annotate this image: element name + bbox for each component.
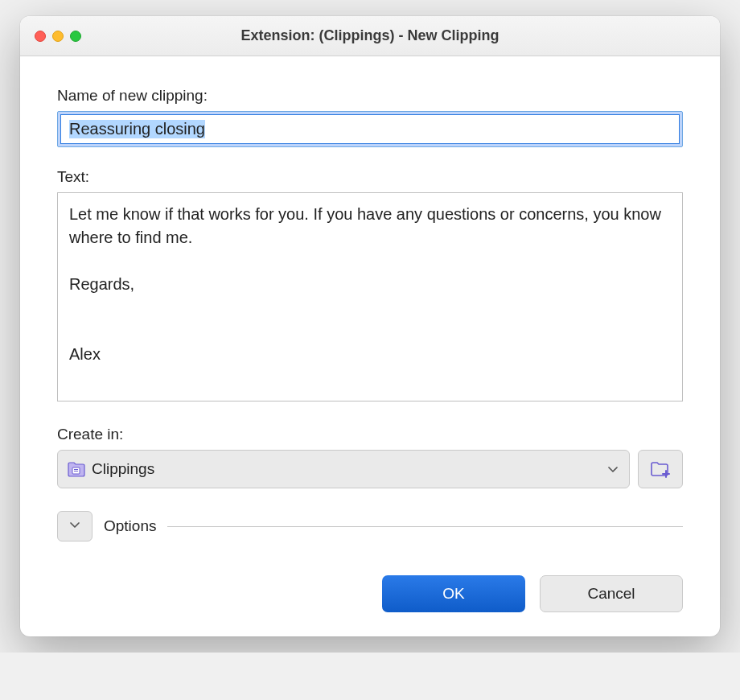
clipping-name-focus-ring (57, 111, 683, 147)
options-row: Options (57, 511, 683, 541)
minimize-window-icon[interactable] (52, 31, 64, 42)
create-in-row: Clippings (57, 450, 683, 488)
options-divider (167, 526, 683, 527)
clippings-folder-icon (68, 461, 85, 477)
new-folder-icon (650, 460, 671, 478)
folder-select-value: Clippings (92, 460, 600, 478)
chevron-down-icon (68, 518, 81, 534)
clipping-text-input[interactable] (57, 192, 683, 401)
maximize-window-icon[interactable] (70, 31, 81, 42)
dialog-buttons: OK Cancel (57, 575, 683, 612)
dialog-window: Extension: (Clippings) - New Clipping Na… (20, 16, 720, 636)
cancel-button[interactable]: Cancel (540, 575, 683, 612)
ok-button[interactable]: OK (382, 575, 525, 612)
clipping-text-label: Text: (57, 168, 683, 186)
chevron-down-icon (606, 463, 619, 476)
clipping-name-label: Name of new clipping: (57, 87, 683, 105)
dialog-content: Name of new clipping: Text: Create in: C… (20, 56, 720, 636)
options-toggle-button[interactable] (57, 511, 92, 541)
folder-select[interactable]: Clippings (57, 450, 630, 488)
clipping-name-input[interactable] (60, 114, 680, 144)
titlebar: Extension: (Clippings) - New Clipping (20, 16, 720, 56)
window-controls (35, 31, 81, 42)
create-in-label: Create in: (57, 426, 683, 443)
options-label: Options (104, 517, 156, 535)
close-window-icon[interactable] (35, 31, 46, 42)
new-folder-button[interactable] (638, 450, 683, 488)
window-title: Extension: (Clippings) - New Clipping (20, 27, 720, 44)
